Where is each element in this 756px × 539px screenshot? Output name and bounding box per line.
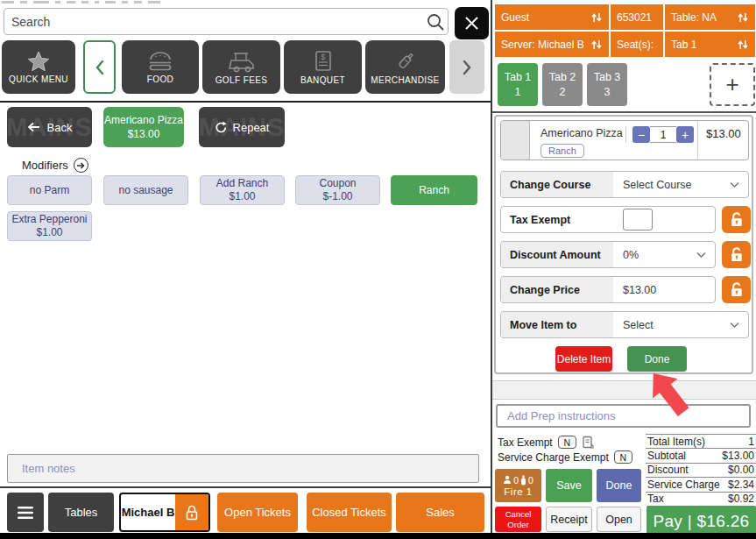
change-price-input[interactable]: $13.00 (613, 277, 715, 302)
done-button[interactable]: Done (597, 469, 641, 502)
tab-cell[interactable]: Tab 1 (665, 32, 755, 57)
modifier-label: Add Ranch (216, 177, 268, 190)
transfer-icon (590, 11, 603, 24)
qty-plus-button[interactable]: + (676, 126, 694, 143)
discount-amount-value: 0% (623, 249, 639, 261)
receipt-note-icon[interactable] (582, 436, 594, 449)
closed-tickets-button[interactable]: Closed Tickets (307, 493, 392, 532)
tab-1[interactable]: Tab 1 1 (498, 63, 538, 106)
modifier-label: Extra Pepperoni (11, 213, 87, 226)
category-banquet[interactable]: $ BANQUET (284, 40, 362, 94)
modifier-price: $1.00 (229, 190, 255, 203)
cancel-order-button[interactable]: Cancel Order (495, 507, 541, 532)
scroll-left-button[interactable] (83, 40, 116, 94)
tab-label: Tab 2 (549, 70, 576, 85)
repeat-button[interactable]: MAINS Repeat (199, 107, 285, 147)
open-tickets-button[interactable]: Open Tickets (217, 493, 298, 532)
menu-button[interactable] (7, 493, 44, 532)
tables-button[interactable]: Tables (48, 493, 114, 532)
total-row-value: 1 (748, 436, 754, 448)
tab-2[interactable]: Tab 2 2 (542, 63, 583, 106)
modifiers-label: Modifiers (22, 159, 68, 172)
service-charge-exempt-value[interactable]: N (614, 450, 632, 464)
move-item-select[interactable]: Select (613, 312, 748, 337)
category-quick-menu[interactable]: QUICK MENU (2, 40, 75, 94)
sales-button[interactable]: Sales (396, 493, 484, 532)
delete-item-button[interactable]: Delete Item (555, 346, 612, 372)
tax-exempt-field (613, 207, 715, 232)
fire-button[interactable]: 0 0 Fire 1 (495, 469, 541, 502)
total-row-label: Subtotal (647, 450, 686, 462)
modifiers-arrow-icon[interactable] (74, 158, 88, 173)
order-item-row[interactable]: Americano Pizza − 1 + $13.00 Ranch (500, 120, 749, 160)
table-cell[interactable]: Table: NA (665, 4, 755, 30)
search-input[interactable] (4, 8, 449, 35)
total-row-label: Tax (647, 493, 664, 505)
user-button[interactable]: Michael B (119, 493, 210, 532)
exempt-flags: Tax Exempt N Service Charge Exempt N (498, 435, 632, 465)
tab-label: Tab 1 (671, 39, 731, 51)
table-label: Table: NA (671, 11, 731, 24)
chevron-down-icon (696, 252, 706, 258)
open-tickets-label: Open Tickets (224, 506, 291, 519)
tax-exempt-lock-button[interactable] (722, 206, 751, 233)
pos-app: QUICK MENU FOOD GOLF FEES $ (0, 0, 756, 539)
burger-icon (146, 51, 174, 72)
guest-cell[interactable]: Guest (495, 4, 609, 30)
save-button[interactable]: Save (546, 469, 592, 502)
unlock-icon (729, 211, 745, 228)
service-charge-exempt-label: Service Charge Exempt (498, 451, 609, 464)
category-merchandise[interactable]: MERCHANDISE (365, 40, 445, 94)
product-button-americano-pizza[interactable]: Americano Pizza $13.00 (103, 107, 184, 147)
tax-exempt-checkbox[interactable] (623, 209, 653, 230)
move-item-row: Move Item to Select (500, 311, 749, 338)
scroll-right-button[interactable] (449, 40, 484, 94)
modifier-ranch-selected[interactable]: Ranch (391, 175, 477, 205)
open-button[interactable]: Open (597, 507, 641, 532)
server-cell[interactable]: Server: Michael B (495, 32, 609, 57)
category-golf-fees[interactable]: GOLF FEES (202, 40, 280, 94)
category-food[interactable]: FOOD (122, 40, 199, 94)
modifier-add-ranch[interactable]: Add Ranch $1.00 (200, 175, 285, 205)
tab-count: 3 (604, 85, 611, 100)
modifier-no-sausage[interactable]: no sausage (103, 175, 188, 205)
user-lock-section[interactable] (175, 494, 208, 530)
repeat-label: Repeat (233, 121, 270, 134)
qty-minus-button[interactable]: − (632, 126, 650, 143)
discount-amount-select[interactable]: 0% (613, 242, 715, 267)
change-price-value: $13.00 (623, 284, 656, 296)
category-label: FOOD (147, 74, 174, 84)
modifier-coupon[interactable]: Coupon $-1.00 (295, 175, 380, 205)
banquet-document-icon: $ (313, 50, 334, 73)
seats-cell[interactable]: Seat(s): 3 (611, 32, 663, 57)
fire-person-count: 0 (513, 475, 519, 486)
total-row-label: Service Charge (647, 479, 720, 491)
prep-instructions-input[interactable] (496, 404, 751, 428)
category-label: GOLF FEES (215, 75, 268, 85)
add-tab-button[interactable]: + (710, 63, 755, 106)
tax-row: Tax $0.92 (646, 492, 756, 506)
search-icon (426, 12, 445, 32)
tab-3[interactable]: Tab 3 3 (587, 63, 627, 106)
bottom-edge (0, 533, 756, 539)
tax-exempt-flag-value[interactable]: N (558, 436, 576, 449)
bottle-icon (393, 50, 418, 73)
total-row-value: $0.92 (728, 493, 754, 505)
change-price-label: Change Price (501, 277, 613, 302)
tab-label: Tab 3 (594, 70, 621, 85)
guest-label: Guest (501, 11, 585, 24)
back-button[interactable]: MAINS Back (7, 107, 92, 147)
discount-lock-button[interactable] (722, 241, 751, 268)
item-modifier-chip[interactable]: Ranch (541, 144, 584, 158)
ticket-panel: Guest 653021 Table: NA Server: Michael B (491, 0, 756, 539)
item-notes-input[interactable] (7, 454, 479, 483)
change-course-select[interactable]: Select Course (613, 172, 748, 197)
item-seat-strip[interactable] (501, 121, 530, 160)
ticket-number-cell[interactable]: 653021 (611, 4, 663, 30)
modifier-no-parm[interactable]: no Parm (7, 175, 92, 205)
quantity-stepper: − 1 + (625, 126, 694, 143)
change-price-lock-button[interactable] (722, 276, 751, 303)
modifier-extra-pepperoni[interactable]: Extra Pepperoni $1.00 (7, 211, 92, 241)
receipt-button[interactable]: Receipt (546, 507, 592, 532)
close-button[interactable] (455, 7, 489, 39)
